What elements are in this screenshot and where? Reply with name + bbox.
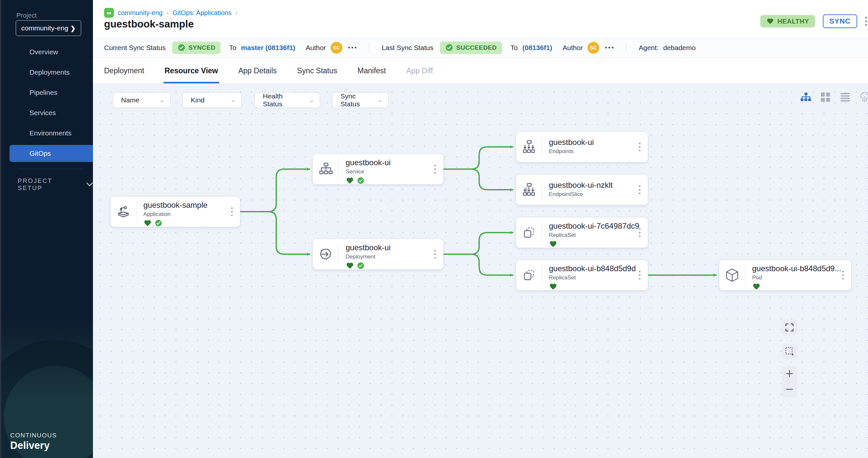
health-badge-label: HEALTHY [777,18,809,25]
node-menu-icon[interactable] [229,205,235,218]
tree-view-icon[interactable] [800,91,812,103]
node-pod-guestbook-ui-b848d5d9[interactable]: guestbook-ui-b848d5d9... Pod [719,260,851,291]
tab-deployment[interactable]: Deployment [104,58,144,84]
zoom-out-button[interactable] [782,382,797,397]
zoom-controls [782,366,797,397]
node-replicaset-guestbook-ui-7c64987dc9[interactable]: guestbook-ui-7c64987dc9 ReplicaSet [516,217,648,248]
node-name: guestbook-ui-7c64987dc9 [549,222,648,231]
sync-button[interactable]: SYNC [823,14,857,28]
node-name: guestbook-ui-b848d5d9... [752,264,851,273]
node-replicaset-guestbook-ui-b848d5d9d[interactable]: guestbook-ui-b848d5d9d ReplicaSet [516,260,648,291]
grid-view-icon[interactable] [819,91,831,103]
node-endpointslice-guestbook-ui-nzklt[interactable]: guestbook-ui-nzklt EndpointSlice [516,174,648,205]
node-menu-icon[interactable] [637,141,643,154]
selection-zoom-icon [785,347,794,356]
breadcrumb-separator-icon: › [235,9,237,17]
tab-app-details[interactable]: App Details [238,58,277,84]
last-sync-status-label: Last Sync Status [382,44,433,52]
fullscreen-button[interactable] [782,320,797,335]
node-deployment-guestbook-ui[interactable]: guestbook-ui Deployment [313,239,443,269]
node-service-guestbook-ui[interactable]: guestbook-ui Service [313,154,443,185]
filter-label: Kind [191,96,205,104]
node-status [549,282,648,291]
filter-name[interactable]: Name ⌄ [113,92,170,108]
node-menu-icon[interactable] [432,248,438,261]
replicaset-icon [516,218,542,248]
to-label: To [229,44,236,52]
current-commit-link[interactable]: master (08136f1) [241,44,295,52]
synced-check-icon [357,262,365,269]
node-status [752,282,851,291]
node-name: guestbook-ui [346,243,443,252]
breadcrumb-section-link[interactable]: GitOps: Applications [173,9,231,17]
selection-zoom-button[interactable] [782,344,797,359]
sidebar-divider [18,169,83,169]
node-status [346,176,443,185]
tab-resource-view[interactable]: Resource View [165,58,218,84]
breadcrumb: ∞ community-eng › GitOps: Applications › [104,8,237,18]
node-menu-icon[interactable] [637,184,643,196]
node-menu-icon[interactable] [637,226,643,239]
sidebar-item-services[interactable]: Services [1,103,93,123]
healthy-heart-icon [346,262,354,269]
sidebar-item-environments[interactable]: Environments [1,123,93,143]
tab-manifest[interactable]: Manifest [358,58,386,84]
tab-sync-status[interactable]: Sync Status [297,58,337,84]
resource-graph-canvas[interactable]: Name ⌄ Kind ⌄ Health Status ⌄ Sync Statu… [93,84,868,458]
node-kind: ReplicaSet [549,232,648,238]
sidebar-item-deployments[interactable]: Deployments [1,62,93,83]
filter-label: Name [121,96,140,104]
node-menu-icon[interactable] [432,163,438,176]
author-label: Author [306,44,326,52]
chevron-down-icon: ⌄ [230,97,236,103]
healthy-heart-icon [549,240,557,248]
node-menu-icon[interactable] [637,269,643,282]
node-status [143,219,240,227]
list-view-icon[interactable] [839,91,851,103]
sidebar-item-gitops[interactable]: GitOps [9,145,93,162]
app-tabs: Deployment Resource View App Details Syn… [93,58,868,84]
synced-check-icon [357,177,365,185]
fullscreen-icon [785,323,794,332]
node-kind: Deployment [346,254,443,260]
node-menu-icon[interactable] [840,269,846,282]
cloud-network-icon[interactable] [859,91,868,103]
healthy-heart-icon [752,283,761,291]
filter-health-status[interactable]: Health Status ⌄ [255,92,320,108]
node-name: guestbook-ui-b848d5d9d [549,264,648,273]
last-commit-link[interactable]: (08136f1) [522,44,552,52]
synced-check-icon [154,219,162,227]
view-mode-switcher [800,91,868,103]
zoom-in-button[interactable] [782,366,797,382]
sidebar-item-pipelines[interactable]: Pipelines [1,83,93,103]
chevron-down-icon [86,182,93,187]
commit-more-icon[interactable] [605,47,613,48]
agent-label: Agent: [639,44,658,52]
author-avatar: SC [588,42,599,54]
heart-icon [766,18,774,25]
synced-badge-label: SYNCED [188,44,215,52]
filter-label: Health Status [263,92,304,108]
gitops-logo-icon: ∞ [104,8,114,18]
chevron-right-icon: ❯ [70,25,75,32]
breadcrumb-project-link[interactable]: community-eng [118,9,163,17]
minus-icon [785,388,794,391]
project-setup-toggle[interactable]: PROJECT SETUP [18,177,93,192]
node-endpoints-guestbook-ui[interactable]: guestbook-ui Endpoints [516,132,648,162]
node-application-guestbook-sample[interactable]: guestbook-sample Application [110,196,240,227]
healthy-heart-icon [346,177,354,185]
brand-bottom-text: Delivery [10,440,57,452]
check-circle-icon [177,43,186,52]
commit-more-icon[interactable] [348,47,356,48]
filter-sync-status[interactable]: Sync Status ⌄ [332,92,389,108]
synced-badge: SYNCED [172,41,221,54]
node-name: guestbook-ui-nzklt [549,181,648,190]
project-selector[interactable]: community-eng ❯ [16,20,81,36]
header-actions: HEALTHY SYNC [760,14,868,28]
sidebar-item-overview[interactable]: Overview [1,42,93,62]
chevron-down-icon: ⌄ [309,97,315,103]
more-options-icon[interactable] [865,17,868,26]
endpointslice-icon [516,175,542,205]
node-kind: Pod [752,274,851,281]
filter-kind[interactable]: Kind ⌄ [183,92,242,108]
